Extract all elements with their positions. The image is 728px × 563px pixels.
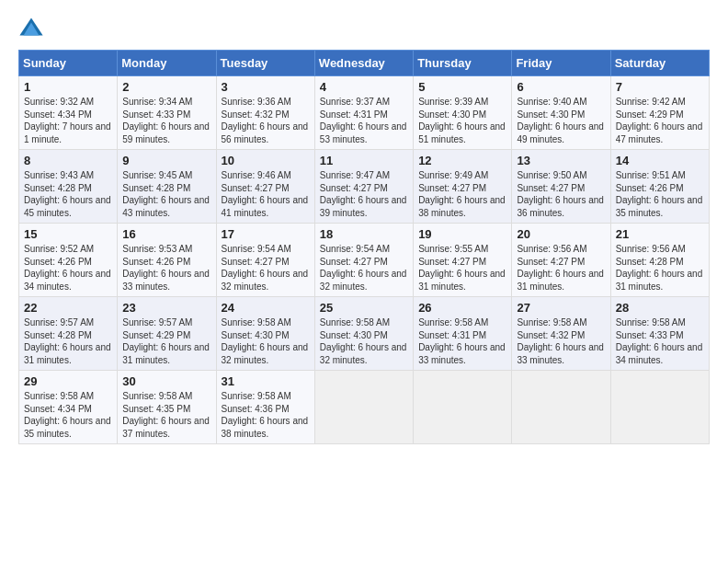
day-number: 1 (24, 80, 112, 94)
daylight-label: Daylight: 6 hours and 34 minutes. (616, 342, 703, 365)
sunrise-label: Sunrise: 9:51 AM (616, 170, 686, 180)
sunset-label: Sunset: 4:36 PM (222, 404, 290, 414)
page: SundayMondayTuesdayWednesdayThursdayFrid… (0, 0, 728, 563)
calendar-cell: 1 Sunrise: 9:32 AM Sunset: 4:34 PM Dayli… (19, 76, 118, 150)
cell-content: Sunrise: 9:34 AM Sunset: 4:33 PM Dayligh… (122, 96, 210, 145)
sunrise-label: Sunrise: 9:58 AM (222, 317, 291, 327)
day-number: 30 (122, 374, 210, 388)
sunrise-label: Sunrise: 9:53 AM (122, 244, 192, 254)
daylight-label: Daylight: 6 hours and 53 minutes. (320, 121, 407, 144)
calendar-cell: 19 Sunrise: 9:55 AM Sunset: 4:27 PM Dayl… (414, 224, 512, 297)
calendar-cell: 10 Sunrise: 9:46 AM Sunset: 4:27 PM Dayl… (216, 150, 314, 224)
calendar-cell: 5 Sunrise: 9:39 AM Sunset: 4:30 PM Dayli… (414, 76, 512, 150)
cell-content: Sunrise: 9:58 AM Sunset: 4:31 PM Dayligh… (418, 316, 506, 366)
daylight-label: Daylight: 6 hours and 38 minutes. (418, 195, 506, 218)
sunrise-label: Sunrise: 9:56 AM (517, 244, 586, 254)
calendar-cell: 6 Sunrise: 9:40 AM Sunset: 4:30 PM Dayli… (512, 76, 610, 150)
day-number: 16 (122, 227, 210, 241)
cell-content: Sunrise: 9:53 AM Sunset: 4:26 PM Dayligh… (122, 243, 210, 293)
sunrise-label: Sunrise: 9:57 AM (122, 317, 192, 327)
daylight-label: Daylight: 6 hours and 32 minutes. (222, 342, 309, 365)
calendar-cell: 27 Sunrise: 9:58 AM Sunset: 4:32 PM Dayl… (512, 297, 610, 371)
day-number: 9 (122, 154, 210, 167)
daylight-label: Daylight: 6 hours and 32 minutes. (320, 269, 407, 292)
calendar-cell: 20 Sunrise: 9:56 AM Sunset: 4:27 PM Dayl… (512, 224, 610, 297)
sunset-label: Sunset: 4:27 PM (517, 183, 585, 193)
cell-content: Sunrise: 9:55 AM Sunset: 4:27 PM Dayligh… (418, 243, 506, 293)
day-number: 5 (418, 80, 506, 94)
cell-content: Sunrise: 9:46 AM Sunset: 4:27 PM Dayligh… (222, 169, 310, 219)
calendar-cell: 30 Sunrise: 9:58 AM Sunset: 4:35 PM Dayl… (118, 371, 216, 444)
sunset-label: Sunset: 4:27 PM (418, 257, 486, 267)
cell-content: Sunrise: 9:39 AM Sunset: 4:30 PM Dayligh… (418, 96, 506, 145)
cell-content: Sunrise: 9:32 AM Sunset: 4:34 PM Dayligh… (24, 96, 112, 145)
sunset-label: Sunset: 4:29 PM (616, 109, 684, 120)
sunset-label: Sunset: 4:30 PM (222, 330, 290, 340)
day-number: 3 (222, 80, 310, 94)
cell-content: Sunrise: 9:50 AM Sunset: 4:27 PM Dayligh… (517, 169, 605, 219)
cell-content: Sunrise: 9:58 AM Sunset: 4:33 PM Dayligh… (616, 316, 704, 366)
day-number: 28 (616, 301, 704, 315)
day-number: 26 (418, 301, 506, 315)
week-row-3: 15 Sunrise: 9:52 AM Sunset: 4:26 PM Dayl… (19, 224, 710, 297)
calendar-cell: 28 Sunrise: 9:58 AM Sunset: 4:33 PM Dayl… (610, 297, 709, 371)
cell-content: Sunrise: 9:57 AM Sunset: 4:29 PM Dayligh… (122, 316, 210, 366)
calendar-body: 1 Sunrise: 9:32 AM Sunset: 4:34 PM Dayli… (19, 76, 710, 444)
sunset-label: Sunset: 4:28 PM (122, 183, 190, 193)
daylight-label: Daylight: 6 hours and 41 minutes. (222, 195, 309, 218)
sunset-label: Sunset: 4:34 PM (24, 404, 92, 414)
daylight-label: Daylight: 6 hours and 34 minutes. (24, 269, 111, 292)
sunset-label: Sunset: 4:30 PM (320, 330, 388, 340)
cell-content: Sunrise: 9:47 AM Sunset: 4:27 PM Dayligh… (320, 169, 408, 219)
daylight-label: Daylight: 6 hours and 38 minutes. (222, 416, 309, 439)
sunrise-label: Sunrise: 9:40 AM (517, 97, 586, 107)
calendar-cell (610, 371, 709, 444)
day-number: 12 (418, 154, 506, 167)
calendar-cell: 4 Sunrise: 9:37 AM Sunset: 4:31 PM Dayli… (314, 76, 413, 150)
day-number: 19 (418, 227, 506, 241)
sunrise-label: Sunrise: 9:49 AM (418, 170, 488, 180)
sunrise-label: Sunrise: 9:37 AM (320, 97, 390, 107)
day-number: 15 (24, 227, 112, 241)
cell-content: Sunrise: 9:54 AM Sunset: 4:27 PM Dayligh… (320, 243, 408, 293)
day-number: 8 (24, 154, 112, 167)
sunrise-label: Sunrise: 9:42 AM (616, 97, 686, 107)
daylight-label: Daylight: 6 hours and 47 minutes. (616, 121, 703, 144)
logo (18, 15, 48, 40)
sunset-label: Sunset: 4:28 PM (24, 330, 92, 340)
daylight-label: Daylight: 6 hours and 33 minutes. (418, 342, 506, 365)
day-header-thursday: Thursday (414, 51, 512, 76)
sunrise-label: Sunrise: 9:36 AM (222, 97, 291, 107)
day-number: 22 (24, 301, 112, 315)
week-row-1: 1 Sunrise: 9:32 AM Sunset: 4:34 PM Dayli… (19, 76, 710, 150)
calendar-cell: 23 Sunrise: 9:57 AM Sunset: 4:29 PM Dayl… (118, 297, 216, 371)
day-header-saturday: Saturday (610, 51, 709, 76)
week-row-2: 8 Sunrise: 9:43 AM Sunset: 4:28 PM Dayli… (19, 150, 710, 224)
sunset-label: Sunset: 4:33 PM (616, 330, 684, 340)
calendar-cell: 7 Sunrise: 9:42 AM Sunset: 4:29 PM Dayli… (610, 76, 709, 150)
sunrise-label: Sunrise: 9:58 AM (517, 317, 586, 327)
daylight-label: Daylight: 6 hours and 56 minutes. (222, 121, 309, 144)
calendar-cell: 29 Sunrise: 9:58 AM Sunset: 4:34 PM Dayl… (19, 371, 118, 444)
cell-content: Sunrise: 9:56 AM Sunset: 4:27 PM Dayligh… (517, 243, 605, 293)
daylight-label: Daylight: 6 hours and 49 minutes. (517, 121, 604, 144)
sunset-label: Sunset: 4:32 PM (222, 109, 290, 120)
sunset-label: Sunset: 4:35 PM (122, 404, 190, 414)
sunset-label: Sunset: 4:27 PM (222, 183, 290, 193)
header-row: SundayMondayTuesdayWednesdayThursdayFrid… (19, 51, 710, 76)
day-number: 10 (222, 154, 310, 167)
daylight-label: Daylight: 6 hours and 31 minutes. (418, 269, 506, 292)
day-header-friday: Friday (512, 51, 610, 76)
cell-content: Sunrise: 9:58 AM Sunset: 4:32 PM Dayligh… (517, 316, 605, 366)
day-header-monday: Monday (118, 51, 216, 76)
sunrise-label: Sunrise: 9:58 AM (320, 317, 390, 327)
calendar-cell: 14 Sunrise: 9:51 AM Sunset: 4:26 PM Dayl… (610, 150, 709, 224)
sunrise-label: Sunrise: 9:50 AM (517, 170, 586, 180)
daylight-label: Daylight: 6 hours and 51 minutes. (418, 121, 506, 144)
day-number: 20 (517, 227, 605, 241)
calendar-cell: 26 Sunrise: 9:58 AM Sunset: 4:31 PM Dayl… (414, 297, 512, 371)
calendar-cell: 2 Sunrise: 9:34 AM Sunset: 4:33 PM Dayli… (118, 76, 216, 150)
day-number: 27 (517, 301, 605, 315)
sunset-label: Sunset: 4:27 PM (517, 257, 585, 267)
daylight-label: Daylight: 6 hours and 31 minutes. (24, 342, 111, 365)
